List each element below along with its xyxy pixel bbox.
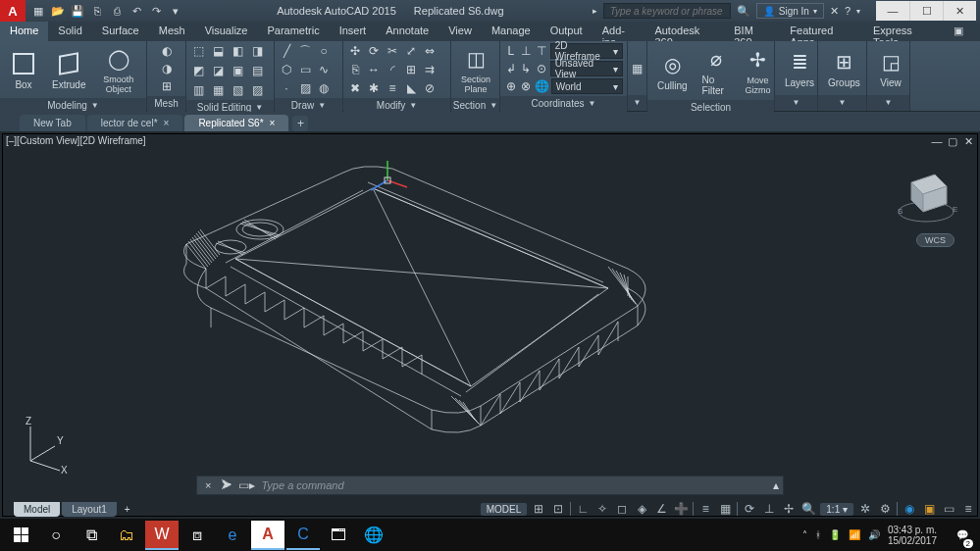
draw-spline-icon[interactable]: ∿: [316, 62, 332, 77]
mod-explode-icon[interactable]: ✱: [366, 80, 382, 96]
file-tab[interactable]: Replicated S6*×: [184, 115, 288, 131]
vp-restore-icon[interactable]: ▢: [947, 135, 958, 147]
taskbar-clock[interactable]: 03:43 p. m. 15/02/2017: [888, 525, 941, 546]
mesh-tool-3-icon[interactable]: ⊞: [159, 78, 175, 94]
tab-home[interactable]: Home: [0, 22, 48, 41]
tb-app2-icon[interactable]: C: [286, 521, 320, 550]
status-isolate-icon[interactable]: ▣: [921, 501, 937, 517]
qat-redo-icon[interactable]: ↷: [149, 4, 163, 18]
se-7-icon[interactable]: ▣: [230, 63, 245, 78]
tab-a360[interactable]: Autodesk 360: [645, 22, 724, 41]
tab-manage[interactable]: Manage: [482, 22, 541, 41]
status-clean-icon[interactable]: ▭: [941, 501, 956, 517]
tab-view[interactable]: View: [438, 22, 482, 41]
close-icon[interactable]: ×: [270, 118, 276, 128]
status-ortho-icon[interactable]: ∟: [575, 501, 591, 517]
se-6-icon[interactable]: ◪: [210, 63, 226, 78]
tab-surface[interactable]: Surface: [92, 22, 149, 41]
search-icon[interactable]: 🔍: [737, 5, 750, 18]
layout-tab-layout1[interactable]: Layout1: [62, 502, 117, 517]
drawing-viewport[interactable]: [–][Custom View][2D Wireframe] — ▢ ✕: [0, 131, 980, 519]
tray-battery-icon[interactable]: 🔋: [829, 529, 841, 540]
mod-scale-icon[interactable]: ⤢: [403, 43, 419, 59]
status-workspace-icon[interactable]: ⚙: [877, 501, 893, 517]
qat-undo-icon[interactable]: ↶: [129, 4, 143, 18]
mod-chamfer-icon[interactable]: ◣: [403, 80, 419, 96]
status-cycling-icon[interactable]: ⟳: [742, 501, 757, 517]
se-2-icon[interactable]: ⬓: [210, 43, 226, 59]
tb-dropbox-icon[interactable]: ⧈: [181, 521, 214, 550]
status-3dosnap-icon[interactable]: ◈: [634, 501, 649, 517]
tab-annotate[interactable]: Annotate: [376, 22, 438, 41]
layers-button[interactable]: ≣Layers: [779, 46, 820, 90]
status-dyn-icon[interactable]: ➕: [673, 501, 689, 517]
mod-erase-icon[interactable]: ✖: [347, 80, 363, 96]
view-select[interactable]: Unsaved View▾: [550, 61, 623, 76]
tab-bim360[interactable]: BIM 360: [724, 22, 780, 41]
draw-hatch-icon[interactable]: ▨: [297, 80, 313, 96]
file-tab[interactable]: lector de cel*×: [87, 115, 183, 131]
draw-circle-icon[interactable]: ○: [316, 43, 332, 59]
gizmo-button[interactable]: ✢Move Gizmo: [739, 44, 778, 97]
status-snap-icon[interactable]: ⊡: [550, 501, 566, 517]
qat-save-icon[interactable]: 💾: [71, 4, 84, 18]
help-search-input[interactable]: [603, 3, 731, 19]
tab-output[interactable]: Output: [541, 22, 593, 41]
app-logo[interactable]: A: [0, 0, 26, 22]
status-mode[interactable]: MODEL: [481, 503, 528, 516]
tb-app4-icon[interactable]: 🌐: [357, 521, 390, 550]
tb-edge-icon[interactable]: e: [216, 521, 249, 550]
command-line[interactable]: × ⮞ ▭▸ Type a command ▴: [196, 476, 784, 495]
notification-button[interactable]: 💬2: [949, 521, 976, 550]
tray-bluetooth-icon[interactable]: ᚼ: [815, 529, 821, 540]
se-1-icon[interactable]: ⬚: [190, 43, 206, 59]
tab-solid[interactable]: Solid: [48, 22, 91, 41]
mod-move-icon[interactable]: ✣: [347, 43, 363, 59]
draw-point-icon[interactable]: ·: [279, 80, 294, 96]
file-tab[interactable]: New Tab: [20, 115, 85, 131]
qat-more-icon[interactable]: ▾: [169, 4, 182, 18]
mod-offset-icon[interactable]: ⇉: [422, 62, 438, 77]
cmd-close-icon[interactable]: ×: [201, 479, 215, 491]
smooth-button[interactable]: ◯ Smooth Object: [94, 43, 142, 96]
section-plane-button[interactable]: ◫Section Plane: [455, 43, 496, 96]
view-extra-icon[interactable]: ▦: [632, 61, 643, 76]
wcs-badge[interactable]: WCS: [916, 233, 954, 247]
tray-up-icon[interactable]: ˄: [802, 529, 807, 540]
qat-saveas-icon[interactable]: ⎘: [90, 4, 104, 18]
coord-9-icon[interactable]: 🌐: [535, 78, 549, 94]
se-4-icon[interactable]: ◨: [249, 43, 265, 59]
sign-in-button[interactable]: 👤 Sign In ▾: [756, 3, 824, 19]
extrude-button[interactable]: Extrude: [46, 48, 91, 92]
groups-button[interactable]: ⊞Groups: [822, 46, 866, 90]
coord-2-icon[interactable]: ⊥: [520, 43, 534, 59]
coord-3-icon[interactable]: ⊤: [535, 43, 548, 59]
draw-arc-icon[interactable]: ⌒: [297, 43, 313, 59]
taskview-button[interactable]: ⧉: [75, 521, 108, 550]
nofilter-button[interactable]: ⌀No Filter: [696, 43, 736, 98]
tab-mesh[interactable]: Mesh: [149, 22, 195, 41]
viewport-label[interactable]: [–][Custom View][2D Wireframe]: [6, 135, 146, 146]
status-custom-icon[interactable]: ≡: [960, 501, 976, 517]
status-ucs-icon[interactable]: ⊥: [761, 501, 777, 517]
tab-insert[interactable]: Insert: [330, 22, 377, 41]
vp-close-icon[interactable]: ✕: [962, 135, 974, 147]
mesh-tool-1-icon[interactable]: ◐: [159, 43, 175, 59]
status-hardware-icon[interactable]: ◉: [902, 501, 917, 517]
mod-stretch-icon[interactable]: ↔: [366, 62, 382, 77]
search-dd-icon[interactable]: ▸: [593, 6, 597, 16]
help-icon[interactable]: ?: [845, 5, 851, 17]
tray-volume-icon[interactable]: 🔊: [868, 529, 880, 540]
help-dd-icon[interactable]: ▾: [856, 7, 860, 16]
se-3-icon[interactable]: ◧: [230, 43, 245, 59]
tab-addins[interactable]: Add-ins: [593, 22, 645, 41]
se-10-icon[interactable]: ▦: [210, 82, 226, 98]
minimize-button[interactable]: —: [876, 1, 909, 21]
tab-parametric[interactable]: Parametric: [257, 22, 329, 41]
coord-1-icon[interactable]: L: [504, 43, 518, 59]
status-annovis-icon[interactable]: ✲: [857, 501, 873, 517]
se-8-icon[interactable]: ▤: [249, 63, 265, 78]
mod-mirror-icon[interactable]: ⇔: [422, 43, 438, 59]
ribbon-collapse-icon[interactable]: ▣ ▾: [944, 22, 980, 41]
tb-app1-icon[interactable]: W: [145, 521, 179, 550]
